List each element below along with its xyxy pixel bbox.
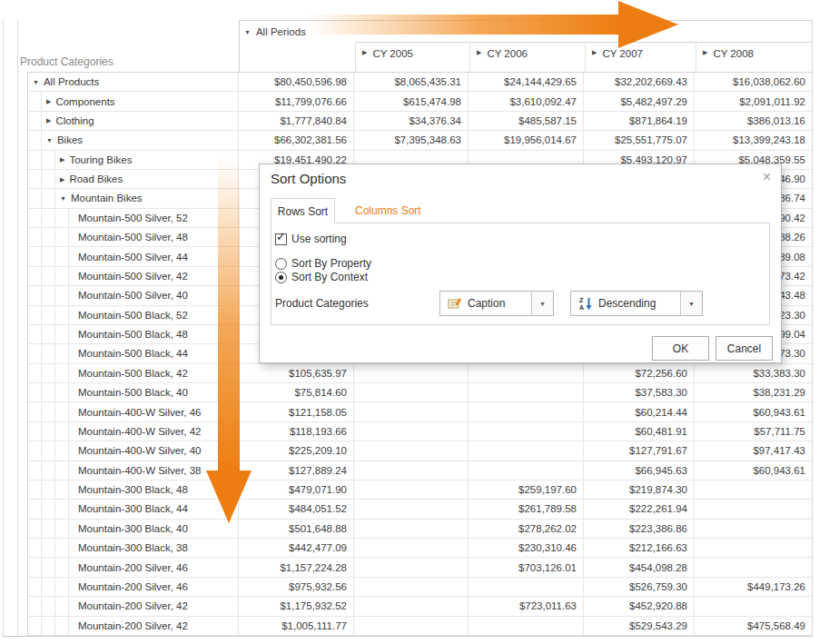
collapse-row-icon[interactable]: ▼ [46, 137, 53, 144]
tab-columns-sort[interactable]: Columns Sort [348, 198, 429, 223]
tab-rows-sort[interactable]: Rows Sort [271, 198, 335, 223]
sort-by-property-radio[interactable] [275, 258, 287, 270]
row-header-label: Mountain-400-W Silver, 40 [78, 445, 202, 456]
row-header-cell[interactable]: Mountain-400-W Silver, 42 [69, 422, 238, 441]
caption-combo-dropdown-button[interactable]: ▼ [531, 292, 553, 315]
indent-cell [42, 461, 55, 480]
indent-cell [28, 558, 42, 576]
row-header-label: Mountain-400-W Silver, 42 [78, 426, 202, 437]
expand-column-icon[interactable]: ▶ [362, 49, 367, 73]
row-header-cell[interactable]: Mountain-300 Black, 48 [69, 481, 238, 499]
indent-cell [42, 500, 55, 518]
expand-row-icon[interactable]: ▶ [46, 98, 51, 104]
order-combo-dropdown-button[interactable]: ▼ [680, 292, 702, 315]
indent-cell [28, 520, 42, 538]
row-header-cell[interactable]: Mountain-500 Silver, 44 [69, 247, 238, 265]
value-cell: $60,481.91 [583, 422, 694, 441]
value-cell: $975,932.56 [238, 578, 353, 596]
row-header-label: Components [55, 96, 114, 107]
value-cell: $449,173.26 [694, 578, 812, 596]
indent-cell [28, 539, 42, 557]
sort-by-context-radio[interactable] [275, 272, 287, 283]
value-cell: $703,126.01 [468, 558, 583, 576]
indent-cell [42, 597, 55, 615]
caption-combo-value: Caption [468, 297, 505, 310]
table-row: Mountain-300 Black, 38$442,477.09$230,31… [28, 539, 812, 558]
row-header-cell[interactable]: Mountain-300 Black, 40 [69, 520, 238, 538]
row-header-cell[interactable]: Mountain-400-W Silver, 40 [69, 441, 238, 460]
row-header-cell[interactable]: Mountain-500 Silver, 40 [69, 286, 238, 304]
row-header-cell[interactable]: ▼Mountain Bikes [55, 189, 238, 207]
row-header-cell[interactable]: Mountain-500 Silver, 52 [69, 209, 238, 227]
expand-row-icon[interactable]: ▶ [46, 117, 51, 124]
column-header-cy-2008[interactable]: ▶CY 2008 [696, 42, 812, 72]
indent-cell [42, 306, 55, 324]
row-header-label: Mountain-500 Black, 42 [78, 368, 188, 379]
indent-cell [55, 364, 69, 382]
expand-column-icon[interactable]: ▶ [592, 49, 597, 73]
caption-combo-button[interactable]: Caption [440, 292, 531, 315]
row-header-cell[interactable]: Mountain-500 Black, 40 [69, 383, 238, 401]
row-header-cell[interactable]: Mountain-400-W Silver, 38 [69, 461, 238, 480]
row-header-cell[interactable]: Mountain-200 Silver, 46 [69, 578, 238, 596]
value-cell: $485,587.15 [468, 112, 583, 130]
column-header-label: CY 2007 [602, 48, 643, 72]
value-cell: $230,310.46 [468, 539, 583, 557]
indent-cell [28, 286, 42, 304]
row-header-cell[interactable]: Mountain-300 Black, 38 [69, 539, 238, 557]
indent-cell [42, 189, 55, 207]
row-header-cell[interactable]: Mountain-500 Black, 42 [69, 364, 238, 382]
column-header-label: CY 2005 [372, 48, 413, 72]
row-header-label: Mountain-500 Black, 52 [78, 310, 188, 321]
indent-cell [55, 539, 69, 557]
value-cell: $60,943.61 [694, 402, 812, 421]
column-header-cy-2007[interactable]: ▶CY 2007 [585, 42, 696, 72]
value-cell [353, 402, 468, 421]
column-header-cy-2005[interactable]: ▶CY 2005 [355, 42, 469, 72]
row-header-cell[interactable]: Mountain-400-W Silver, 46 [69, 402, 238, 421]
indent-cell [42, 344, 55, 362]
expand-row-icon[interactable]: ▶ [60, 176, 64, 183]
row-header-cell[interactable]: Mountain-200 Silver, 42 [69, 597, 238, 615]
row-header-cell[interactable]: ▶Components [42, 92, 238, 110]
indent-cell [28, 344, 42, 362]
column-group-header-all-periods[interactable]: ▼ All Periods [239, 20, 813, 42]
expand-row-icon[interactable]: ▶ [60, 156, 64, 163]
expand-column-icon[interactable]: ▶ [703, 49, 707, 73]
row-header-cell[interactable]: Mountain-200 Silver, 42 [69, 617, 238, 635]
cancel-button[interactable]: Cancel [716, 336, 773, 361]
row-header-cell[interactable]: Mountain-200 Silver, 46 [69, 558, 238, 576]
expand-column-icon[interactable]: ▶ [477, 49, 481, 73]
value-cell: $72,256.60 [583, 364, 694, 382]
indent-cell [55, 209, 69, 227]
row-header-cell[interactable]: Mountain-500 Silver, 48 [69, 228, 238, 246]
use-sorting-checkbox[interactable]: ✓ [275, 233, 287, 245]
row-header-cell[interactable]: ▼Bikes [42, 131, 238, 149]
indent-cell [28, 247, 42, 265]
row-header-label: Mountain-500 Silver, 48 [78, 232, 188, 243]
row-header-cell[interactable]: Mountain-500 Black, 52 [69, 306, 238, 324]
row-header-cell[interactable]: ▶Touring Bikes [55, 151, 238, 169]
row-header-cell[interactable]: Mountain-500 Black, 44 [69, 344, 238, 362]
sort-descending-icon: Z A [578, 296, 593, 311]
ok-button[interactable]: OK [652, 336, 709, 361]
column-header-cy-2006[interactable]: ▶CY 2006 [469, 42, 585, 72]
row-header-cell[interactable]: Mountain-500 Black, 48 [69, 325, 238, 343]
table-row: Mountain-500 Black, 42$105,635.97$72,256… [28, 364, 812, 383]
row-header-cell[interactable]: Mountain-500 Silver, 42 [69, 267, 238, 285]
value-cell [468, 402, 583, 421]
row-header-cell[interactable]: ▶Clothing [42, 112, 238, 130]
collapse-row-icon[interactable]: ▼ [60, 195, 66, 202]
collapse-row-icon[interactable]: ▼ [33, 79, 39, 85]
indent-cell [28, 131, 42, 149]
row-header-cell[interactable]: Mountain-300 Black, 44 [69, 500, 238, 518]
value-cell: $19,956,014.67 [468, 131, 583, 149]
row-header-cell[interactable]: ▶Road Bikes [55, 170, 238, 188]
value-cell: $66,945.63 [583, 461, 694, 480]
row-header-cell[interactable]: ▼All Products [28, 73, 238, 91]
rows-sort-tab-panel: ✓ Use sorting Sort By Property Sort By C… [271, 223, 770, 325]
collapse-column-icon[interactable]: ▼ [244, 29, 251, 35]
close-icon[interactable]: × [763, 168, 771, 185]
order-combo-button[interactable]: Z A Descending [571, 292, 680, 315]
table-row: Mountain-200 Silver, 42$1,005,111.77$529… [28, 617, 812, 636]
